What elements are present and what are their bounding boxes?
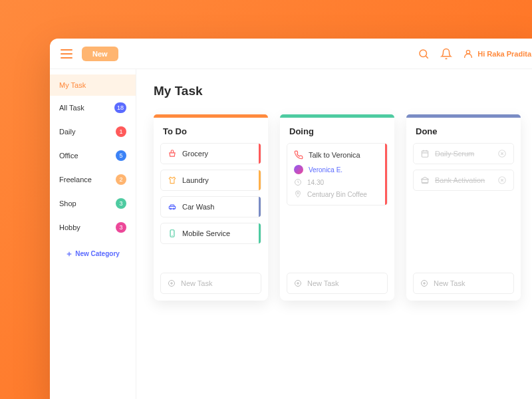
column-done: Done Daily Scrum Bank Ac xyxy=(406,114,521,301)
sidebar-item-label: Shop xyxy=(59,200,76,207)
new-task-button[interactable]: New Task xyxy=(413,273,514,294)
column-title: Doing xyxy=(280,117,394,143)
app-window: New Hi Raka Pradita My Task All Task 18 xyxy=(50,39,532,399)
badge: 2 xyxy=(116,174,126,185)
user-greeting: Hi Raka Pradita xyxy=(477,50,531,58)
phone-icon xyxy=(294,150,303,160)
page-title: My Task xyxy=(154,84,525,98)
kanban-columns: To Do Grocery Laundry xyxy=(154,114,525,301)
task-card-completed[interactable]: Bank Activation xyxy=(413,170,514,191)
new-task-button[interactable]: New Task xyxy=(160,273,261,294)
car-icon xyxy=(168,202,177,211)
sidebar-item-label: All Task xyxy=(59,104,84,112)
plus-icon xyxy=(66,251,72,257)
plus-circle-icon xyxy=(420,279,428,287)
sidebar-item-freelance[interactable]: Freelance 2 xyxy=(50,168,136,192)
badge: 1 xyxy=(116,126,126,137)
avatar xyxy=(294,165,303,174)
search-icon[interactable] xyxy=(418,48,430,60)
new-category-label: New Category xyxy=(75,250,120,257)
column-doing: Doing Talk to Veronica Veronica E. xyxy=(280,114,394,301)
sidebar-item-all-task[interactable]: All Task 18 xyxy=(50,96,136,120)
column-title: Done xyxy=(406,117,521,143)
task-card-expanded[interactable]: Talk to Veronica Veronica E. 14.30 xyxy=(287,143,388,205)
shirt-icon xyxy=(168,176,177,185)
topbar-actions: Hi Raka Pradita xyxy=(418,48,531,60)
task-label: Bank Activation xyxy=(435,176,485,184)
new-task-button[interactable]: New Task xyxy=(287,273,388,294)
sidebar-item-label: Freelance xyxy=(59,176,92,184)
sidebar-item-shop[interactable]: Shop 3 xyxy=(50,192,136,215)
sidebar-item-label: Daily xyxy=(59,128,75,136)
sidebar-item-daily[interactable]: Daily 1 xyxy=(50,120,136,144)
new-category-button[interactable]: New Category xyxy=(50,239,136,268)
user-menu[interactable]: Hi Raka Pradita xyxy=(463,49,531,59)
task-label: Mobile Service xyxy=(182,229,230,237)
task-list: Talk to Veronica Veronica E. 14.30 xyxy=(280,143,394,266)
svg-line-1 xyxy=(426,56,428,58)
user-icon xyxy=(463,49,473,59)
task-label: Grocery xyxy=(182,150,208,158)
task-card[interactable]: Laundry xyxy=(160,170,261,191)
badge: 3 xyxy=(116,198,126,209)
bank-icon xyxy=(420,176,430,185)
plus-circle-icon xyxy=(294,279,302,287)
badge: 5 xyxy=(116,150,126,161)
badge: 18 xyxy=(114,102,126,113)
calendar-icon xyxy=(420,149,430,158)
sidebar: My Task All Task 18 Daily 1 Office 5 Fre… xyxy=(50,69,136,399)
main: My Task To Do Grocery Laundry xyxy=(136,69,532,399)
sidebar-item-label: My Task xyxy=(59,81,86,89)
column-todo: To Do Grocery Laundry xyxy=(154,114,268,301)
plus-circle-icon xyxy=(168,279,176,287)
svg-point-2 xyxy=(467,50,470,53)
task-location: Centuary Bin Coffee xyxy=(307,191,367,198)
sidebar-item-hobby[interactable]: Hobby 3 xyxy=(50,215,136,239)
task-list: Daily Scrum Bank Activation xyxy=(406,143,521,266)
body: My Task All Task 18 Daily 1 Office 5 Fre… xyxy=(50,69,532,399)
basket-icon xyxy=(168,149,177,158)
new-task-label: New Task xyxy=(307,279,338,287)
close-circle-icon[interactable] xyxy=(497,176,507,185)
svg-point-0 xyxy=(420,50,427,57)
clock-icon xyxy=(294,178,302,186)
badge: 3 xyxy=(116,222,126,233)
task-card[interactable]: Car Wash xyxy=(160,196,261,217)
task-card-completed[interactable]: Daily Scrum xyxy=(413,143,514,164)
mobile-icon xyxy=(168,229,177,238)
sidebar-item-label: Hobby xyxy=(59,223,80,231)
task-label: Laundry xyxy=(182,176,209,184)
new-task-label: New Task xyxy=(181,279,212,287)
task-list: Grocery Laundry Car Wash xyxy=(154,143,268,266)
topbar: New Hi Raka Pradita xyxy=(50,39,532,69)
bell-icon[interactable] xyxy=(440,48,452,60)
menu-icon[interactable] xyxy=(61,49,72,59)
svg-point-14 xyxy=(297,192,299,194)
task-person: Veronica E. xyxy=(309,166,342,174)
task-label: Car Wash xyxy=(182,203,215,211)
task-card[interactable]: Mobile Service xyxy=(160,223,261,244)
sidebar-item-my-task[interactable]: My Task xyxy=(50,74,136,96)
location-icon xyxy=(294,190,302,198)
close-circle-icon[interactable] xyxy=(497,149,507,158)
svg-rect-18 xyxy=(422,151,428,157)
sidebar-item-office[interactable]: Office 5 xyxy=(50,144,136,168)
task-card[interactable]: Grocery xyxy=(160,143,261,164)
sidebar-item-label: Office xyxy=(59,152,78,160)
column-title: To Do xyxy=(154,117,268,143)
task-label: Daily Scrum xyxy=(435,150,474,158)
new-task-label: New Task xyxy=(434,279,465,287)
new-button[interactable]: New xyxy=(82,47,118,61)
task-time: 14.30 xyxy=(307,179,324,186)
task-label: Talk to Veronica xyxy=(309,151,360,159)
